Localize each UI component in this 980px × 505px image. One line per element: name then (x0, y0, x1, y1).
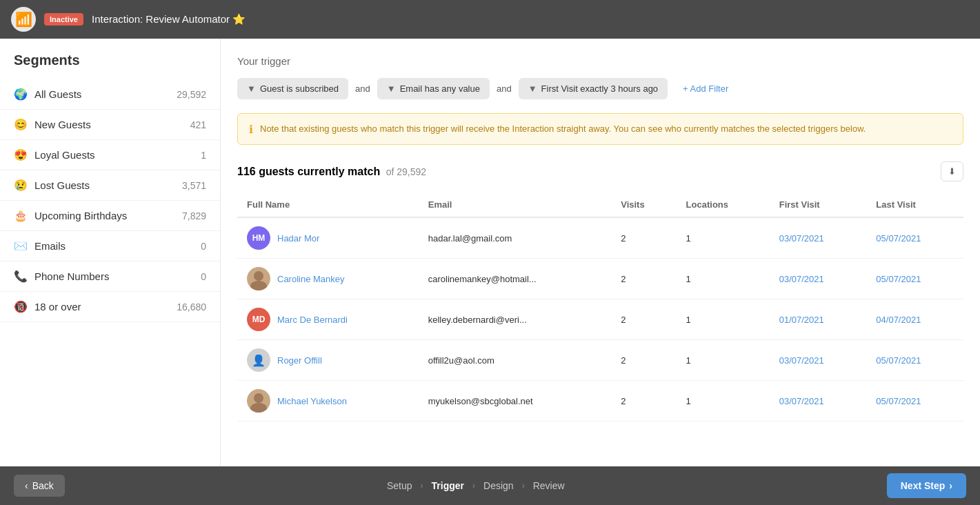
sidebar-count-7: 16,680 (177, 301, 206, 313)
guest-name-link[interactable]: Hadar Mor (277, 233, 319, 244)
back-arrow-icon: ‹ (25, 480, 28, 491)
cell-locations: 1 (677, 259, 770, 299)
cell-locations: 1 (677, 299, 770, 340)
cell-first-visit: 03/07/2021 (770, 340, 867, 381)
cell-email: carolinemankey@hotmail... (419, 259, 612, 299)
filter-subscribed-label: Guest is subscribed (260, 83, 339, 94)
table-row[interactable]: 👤 Roger Offill offill2u@aol.com 2 1 03/0… (237, 340, 963, 381)
cell-name: Caroline Mankey (237, 259, 419, 299)
download-button[interactable]: ⬇ (941, 161, 963, 181)
table-row[interactable]: Michael Yukelson myukelson@sbcglobal.net… (237, 381, 963, 422)
filter-icon-1: ▼ (247, 83, 256, 94)
first-visit-link[interactable]: 03/07/2021 (779, 233, 824, 244)
sidebar-title: Segments (0, 52, 220, 79)
sidebar-item-2[interactable]: 😍 Loyal Guests 1 (0, 140, 220, 170)
cell-first-visit: 03/07/2021 (770, 381, 867, 422)
back-button[interactable]: ‹ Back (14, 475, 65, 497)
cell-name: MD Marc De Bernardi (237, 299, 419, 340)
sidebar-label-5: Emails (34, 240, 66, 252)
last-visit-link[interactable]: 05/07/2021 (876, 274, 921, 284)
sidebar-emoji-6: 📞 (14, 270, 28, 283)
filter-email-btn[interactable]: ▼ Email has any value (377, 78, 490, 99)
add-filter-button[interactable]: + Add Filter (674, 78, 737, 99)
last-visit-link[interactable]: 05/07/2021 (876, 233, 921, 244)
cell-last-visit: 05/07/2021 (866, 259, 963, 299)
table-row[interactable]: HM Hadar Mor hadar.lal@gmail.com 2 1 03/… (237, 217, 963, 259)
notice-text: Note that existing guests who match this… (260, 122, 866, 136)
next-step-button[interactable]: Next Step › (887, 473, 966, 498)
cell-locations: 1 (677, 217, 770, 259)
sidebar-label-0: All Guests (34, 88, 81, 100)
sidebar-item-4[interactable]: 🎂 Upcoming Birthdays 7,829 (0, 201, 220, 231)
sidebar-label-3: Lost Guests (34, 179, 90, 191)
first-visit-link[interactable]: 03/07/2021 (779, 355, 824, 366)
svg-point-2 (254, 393, 263, 403)
sidebar-emoji-2: 😍 (14, 148, 28, 161)
sidebar-item-left-4: 🎂 Upcoming Birthdays (14, 209, 127, 222)
sidebar-item-1[interactable]: 😊 New Guests 421 (0, 110, 220, 140)
sidebar-item-3[interactable]: 😢 Lost Guests 3,571 (0, 170, 220, 201)
match-of: of 29,592 (386, 166, 426, 177)
match-count-text: 116 guests currently match of 29,592 (237, 166, 426, 178)
filter-visit-btn[interactable]: ▼ First Visit exactly 3 hours ago (519, 78, 668, 99)
first-visit-link[interactable]: 03/07/2021 (779, 396, 824, 406)
and-text-2: and (497, 83, 512, 94)
guests-table: Full Name Email Visits Locations First V… (237, 192, 963, 422)
last-visit-link[interactable]: 05/07/2021 (876, 396, 921, 406)
sidebar-count-1: 421 (190, 119, 206, 130)
first-visit-link[interactable]: 01/07/2021 (779, 315, 824, 325)
sidebar-emoji-5: ✉️ (14, 239, 28, 253)
svg-point-1 (250, 281, 267, 290)
table-header-row: Full Name Email Visits Locations First V… (237, 192, 963, 217)
sidebar-count-5: 0 (201, 241, 206, 252)
first-visit-link[interactable]: 03/07/2021 (779, 274, 824, 284)
sidebar-item-5[interactable]: ✉️ Emails 0 (0, 231, 220, 261)
sidebar-items: 🌍 All Guests 29,592 😊 New Guests 421 😍 L… (0, 79, 220, 322)
cell-visits: 2 (611, 259, 676, 299)
match-count-row: 116 guests currently match of 29,592 ⬇ (237, 161, 963, 181)
step-design[interactable]: Design (483, 480, 514, 491)
cell-visits: 2 (611, 299, 676, 340)
last-visit-link[interactable]: 05/07/2021 (876, 355, 921, 366)
cell-last-visit: 05/07/2021 (866, 381, 963, 422)
guest-name-link[interactable]: Marc De Bernardi (277, 315, 348, 325)
avatar (247, 389, 270, 413)
sidebar-item-left-7: 🔞 18 or over (14, 300, 81, 313)
sidebar-item-6[interactable]: 📞 Phone Numbers 0 (0, 261, 220, 292)
cell-last-visit: 04/07/2021 (866, 299, 963, 340)
guest-name-link[interactable]: Caroline Mankey (277, 274, 345, 284)
step-trigger[interactable]: Trigger (432, 480, 464, 491)
section-title: Your trigger (237, 55, 963, 67)
sidebar-count-0: 29,592 (177, 89, 206, 100)
next-arrow-icon: › (949, 480, 952, 491)
sidebar-label-6: Phone Numbers (34, 270, 109, 282)
step-setup[interactable]: Setup (387, 480, 412, 491)
sidebar-item-0[interactable]: 🌍 All Guests 29,592 (0, 79, 220, 110)
sidebar-emoji-3: 😢 (14, 179, 28, 192)
download-icon: ⬇ (948, 166, 956, 177)
cell-first-visit: 03/07/2021 (770, 259, 867, 299)
sidebar-item-left-3: 😢 Lost Guests (14, 179, 90, 192)
avatar (247, 267, 270, 290)
back-label: Back (32, 480, 54, 491)
col-locations: Locations (677, 192, 770, 217)
nav-title: Interaction: Review Automator ⭐ (92, 13, 246, 26)
table-row[interactable]: Caroline Mankey carolinemankey@hotmail..… (237, 259, 963, 299)
sidebar-item-left-2: 😍 Loyal Guests (14, 148, 95, 161)
filter-subscribed-btn[interactable]: ▼ Guest is subscribed (237, 78, 348, 99)
sidebar-item-left-0: 🌍 All Guests (14, 88, 81, 101)
notice-box: ℹ Note that existing guests who match th… (237, 113, 963, 145)
cell-last-visit: 05/07/2021 (866, 217, 963, 259)
sidebar-item-7[interactable]: 🔞 18 or over 16,680 (0, 292, 220, 322)
table-body: HM Hadar Mor hadar.lal@gmail.com 2 1 03/… (237, 217, 963, 422)
cell-visits: 2 (611, 217, 676, 259)
guest-name-link[interactable]: Michael Yukelson (277, 396, 347, 406)
guest-name-link[interactable]: Roger Offill (277, 355, 322, 366)
last-visit-link[interactable]: 04/07/2021 (876, 315, 921, 325)
cell-locations: 1 (677, 340, 770, 381)
match-count-bold: 116 guests currently match (237, 166, 380, 177)
filter-icon-3: ▼ (528, 83, 537, 94)
step-review[interactable]: Review (533, 480, 565, 491)
cell-email: hadar.lal@gmail.com (419, 217, 612, 259)
table-row[interactable]: MD Marc De Bernardi kelley.debernardi@ve… (237, 299, 963, 340)
